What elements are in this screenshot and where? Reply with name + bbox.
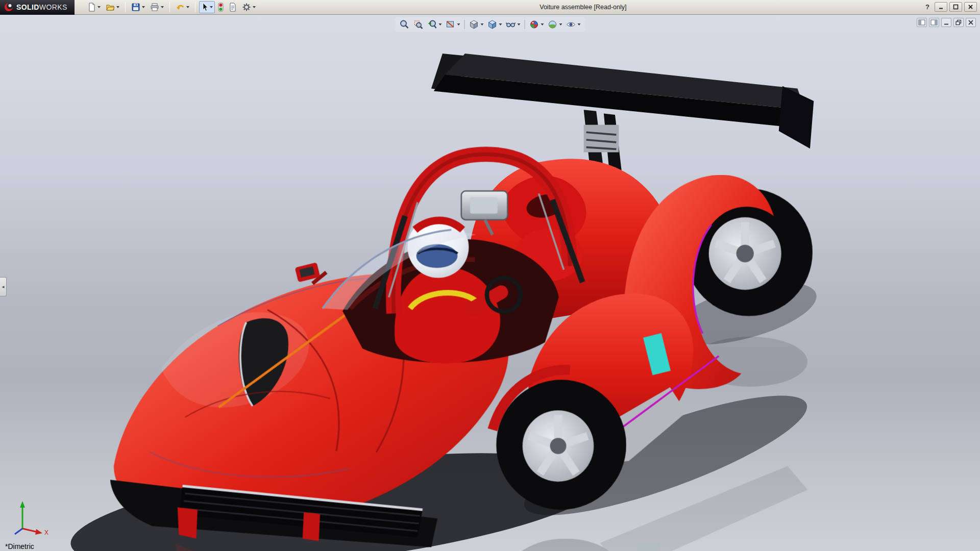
dropdown-caret[interactable] (578, 23, 581, 26)
new-document-button[interactable] (86, 1, 103, 13)
file-properties-button[interactable] (227, 1, 239, 13)
undo-icon (176, 3, 185, 12)
toggle-left-pane-icon (918, 19, 925, 26)
view-orientation-cube-icon (469, 19, 479, 30)
titlebar: SOLIDWORKS (0, 0, 980, 15)
dropdown-caret[interactable] (161, 6, 164, 8)
graphics-viewport[interactable]: X *Dimetric (0, 15, 980, 551)
dropdown-caret[interactable] (142, 6, 145, 8)
triad-x-label: X (44, 529, 48, 536)
toolbar-separator (525, 20, 525, 29)
options-button[interactable] (240, 1, 258, 13)
document-window-controls (917, 18, 976, 27)
collapse-arrow-icon: ◄ (1, 285, 5, 289)
hide-show-items-button[interactable] (504, 18, 522, 31)
heads-up-view-toolbar (395, 17, 585, 32)
close-icon (968, 4, 973, 10)
select-cursor-icon (201, 3, 208, 12)
dropdown-caret[interactable] (97, 6, 101, 8)
zoom-to-fit-icon (400, 19, 410, 30)
select-tool-button[interactable] (199, 1, 215, 13)
toolbar-separator (125, 2, 126, 12)
dropdown-caret[interactable] (541, 23, 544, 26)
toggle-right-pane-button[interactable] (929, 18, 939, 27)
new-document-icon (88, 3, 96, 12)
view-orientation-label: *Dimetric (5, 542, 34, 550)
graphics-area[interactable] (0, 15, 980, 551)
minimize-button[interactable] (935, 2, 947, 12)
rebuild-traffic-light-icon (218, 3, 224, 12)
undo-button[interactable] (174, 1, 191, 13)
doc-restore-icon (955, 19, 962, 26)
toggle-left-pane-button[interactable] (917, 18, 927, 27)
minimize-icon (938, 4, 944, 10)
window-controls: ? (925, 2, 977, 12)
dropdown-caret[interactable] (210, 6, 213, 8)
doc-minimize-icon (943, 19, 950, 26)
view-settings-icon (566, 19, 576, 30)
toolbar-separator (464, 20, 465, 29)
help-button[interactable]: ? (925, 3, 929, 11)
doc-close-button[interactable] (966, 18, 976, 27)
view-orientation-button[interactable] (468, 18, 485, 31)
open-document-button[interactable] (104, 1, 121, 13)
maximize-icon (953, 4, 959, 10)
rebuild-button[interactable] (216, 1, 226, 13)
zoom-to-area-button[interactable] (412, 18, 425, 31)
dropdown-caret[interactable] (186, 6, 189, 8)
front-right-wheel[interactable] (496, 380, 626, 510)
orientation-triad: X (8, 497, 57, 540)
file-properties-icon (229, 3, 237, 12)
side-mirror[interactable] (295, 262, 327, 284)
apply-scene-button[interactable] (546, 18, 564, 31)
previous-view-icon (427, 19, 437, 30)
featuremanager-collapse-tab[interactable]: ◄ (0, 277, 7, 296)
dropdown-caret[interactable] (499, 23, 502, 26)
dropdown-caret[interactable] (457, 23, 460, 26)
triad-x-arrow (35, 529, 42, 535)
doc-close-icon (967, 19, 974, 26)
dropdown-caret[interactable] (116, 6, 119, 8)
display-style-icon (487, 19, 498, 30)
toolbar-separator (195, 2, 195, 12)
toolbar-separator (169, 2, 170, 12)
close-button[interactable] (964, 2, 977, 12)
brand-text: SOLIDWORKS (16, 3, 67, 11)
solidworks-window: { "window": { "brand": { "name_bold": "S… (0, 0, 980, 551)
maximize-button[interactable] (949, 2, 962, 12)
solidworks-logo: SOLIDWORKS (0, 0, 75, 15)
doc-restore-button[interactable] (953, 18, 964, 27)
hide-show-items-icon (506, 19, 516, 30)
dropdown-caret[interactable] (518, 23, 521, 26)
zoom-to-fit-button[interactable] (398, 18, 411, 31)
section-view-button[interactable] (444, 18, 462, 31)
toggle-right-pane-icon (930, 19, 938, 26)
previous-view-button[interactable] (426, 18, 444, 31)
dropdown-caret[interactable] (253, 6, 256, 8)
open-document-icon (106, 3, 115, 12)
dassault-systemes-logo-icon (4, 3, 13, 12)
rear-wing[interactable] (431, 54, 814, 181)
main-toolbar (86, 1, 258, 13)
zoom-to-area-icon (413, 19, 424, 30)
options-gear-icon (242, 3, 251, 12)
edit-appearance-button[interactable] (528, 18, 546, 31)
dropdown-caret[interactable] (559, 23, 562, 26)
view-settings-button[interactable] (565, 18, 582, 31)
dropdown-caret[interactable] (439, 23, 442, 26)
save-button[interactable] (129, 1, 147, 13)
edit-appearance-icon (529, 19, 540, 30)
display-style-button[interactable] (486, 18, 504, 31)
print-icon (150, 3, 159, 12)
window-title: Voiture assemblee [Read-only] (540, 4, 626, 11)
doc-minimize-button[interactable] (941, 18, 951, 27)
print-button[interactable] (148, 1, 166, 13)
section-view-icon (446, 19, 456, 30)
triad-y-arrow (20, 501, 25, 508)
triad-z-axis (15, 529, 22, 534)
save-icon (131, 3, 140, 12)
dropdown-caret[interactable] (481, 23, 484, 26)
apply-scene-icon (548, 19, 558, 30)
